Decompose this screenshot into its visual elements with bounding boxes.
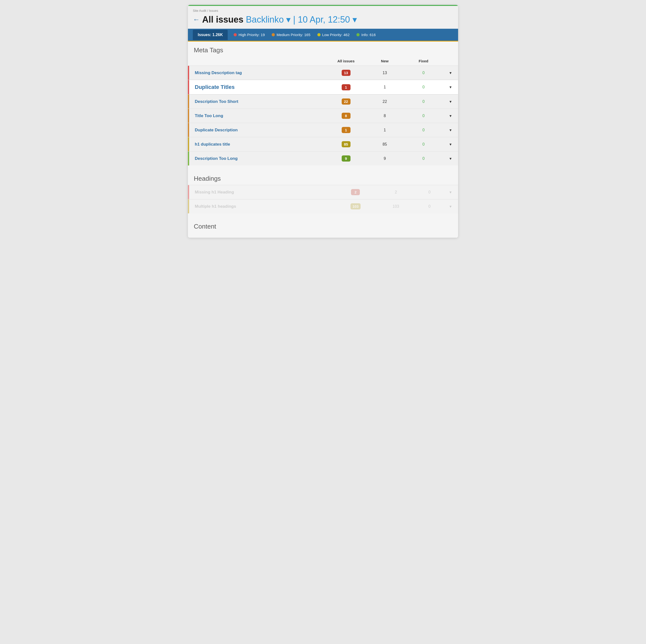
all-issues-badge: 8 (342, 113, 350, 119)
priority-indicator (188, 80, 189, 94)
table-row[interactable]: Multiple h1 headings 103 103 0 ▼ (188, 200, 458, 214)
page-title: All issues (202, 14, 243, 25)
col-new: New (365, 56, 404, 66)
expand-icon[interactable]: ▼ (449, 85, 452, 89)
low-priority-dot (317, 33, 321, 36)
col-all-issues: All issues (326, 56, 365, 66)
back-arrow-icon[interactable]: ← (193, 16, 200, 24)
table-row[interactable]: Title Too Long 8 8 0 ▼ (188, 109, 458, 123)
expand-icon[interactable]: ▼ (449, 190, 452, 194)
expand-icon[interactable]: ▼ (449, 205, 452, 209)
medium-priority-dot (272, 33, 275, 36)
main-container: Site Audit / Issues ← All issues Backlin… (188, 5, 458, 238)
fixed-count: 0 (423, 156, 425, 160)
priority-indicator (188, 66, 189, 80)
issue-name[interactable]: Title Too Long (195, 113, 223, 118)
expand-icon[interactable]: ▼ (449, 142, 452, 146)
table-row[interactable]: Duplicate Description 1 1 0 ▼ (188, 123, 458, 137)
priority-indicator (188, 137, 189, 151)
all-issues-badge: 1 (342, 127, 350, 133)
high-priority-stat: High Priority: 19 (234, 33, 265, 37)
priority-indicator (188, 95, 189, 109)
info-dot (356, 33, 359, 36)
all-issues-badge: 103 (350, 203, 360, 210)
issue-name[interactable]: Missing Description tag (195, 71, 242, 75)
issue-name[interactable]: Description Too Long (195, 156, 237, 161)
all-issues-badge: 9 (342, 155, 350, 161)
table-header: All issues New Fixed (188, 56, 458, 66)
priority-indicator (188, 200, 189, 213)
issue-name[interactable]: Description Too Short (195, 99, 238, 104)
expand-icon[interactable]: ▼ (449, 71, 452, 75)
new-count: 8 (384, 114, 386, 118)
priority-indicator (188, 185, 189, 199)
fixed-count: 0 (428, 190, 431, 194)
all-issues-badge: 2 (351, 189, 360, 195)
col-fixed: Fixed (404, 56, 443, 66)
col-action (443, 56, 458, 66)
date-selector[interactable]: | 10 Apr, 12:50 ▾ (293, 14, 357, 25)
new-count: 1 (384, 85, 386, 89)
issue-name[interactable]: Duplicate Titles (195, 84, 235, 90)
table-row[interactable]: h1 duplicates title 85 85 0 ▼ (188, 137, 458, 151)
new-count: 85 (383, 142, 387, 146)
info-stat: Info: 616 (356, 33, 375, 37)
expand-icon[interactable]: ▼ (449, 157, 452, 160)
project-selector[interactable]: Backlinko ▾ (246, 14, 291, 25)
fixed-count: 0 (423, 128, 425, 132)
page-header: ← All issues Backlinko ▾ | 10 Apr, 12:50… (188, 13, 458, 29)
fixed-count: 0 (423, 85, 425, 89)
issue-name[interactable]: Duplicate Description (195, 128, 238, 132)
issue-name[interactable]: Multiple h1 headings (195, 204, 236, 209)
table-row[interactable]: Duplicate Titles 1 1 0 ▼ (188, 80, 458, 95)
fixed-count: 0 (423, 100, 425, 104)
table-row[interactable]: Missing Description tag 13 13 0 ▼ (188, 66, 458, 80)
headings-table: Missing h1 Heading 2 2 0 ▼ Multiple h1 h… (188, 185, 458, 213)
content-section-header: Content (188, 218, 458, 238)
table-row[interactable]: Description Too Long 9 9 0 ▼ (188, 151, 458, 166)
priority-indicator (188, 109, 189, 123)
meta-tags-table: All issues New Fixed Missing Description… (188, 56, 458, 165)
all-issues-badge: 22 (342, 99, 350, 105)
fixed-count: 0 (423, 71, 425, 75)
expand-icon[interactable]: ▼ (449, 128, 452, 132)
expand-icon[interactable]: ▼ (449, 100, 452, 104)
new-count: 103 (393, 204, 399, 209)
headings-section-header: Headings (188, 170, 458, 185)
fixed-count: 0 (423, 114, 425, 118)
issue-name[interactable]: h1 duplicates title (195, 142, 230, 147)
new-count: 13 (383, 71, 387, 75)
all-issues-badge: 85 (342, 141, 350, 147)
new-count: 1 (384, 128, 386, 132)
issue-name[interactable]: Missing h1 Heading (195, 190, 234, 195)
expand-icon[interactable]: ▼ (449, 114, 452, 118)
priority-indicator (188, 123, 189, 137)
main-content: Meta Tags All issues New Fixed Missing D… (188, 41, 458, 238)
breadcrumb: Site Audit / Issues (188, 6, 458, 13)
medium-priority-stat: Medium Priority: 165 (272, 33, 311, 37)
new-count: 22 (383, 100, 387, 104)
new-count: 2 (395, 190, 397, 194)
table-row[interactable]: Description Too Short 22 22 0 ▼ (188, 95, 458, 109)
issues-tab[interactable]: Issues: 1.26K (193, 30, 228, 40)
high-priority-dot (234, 33, 237, 36)
priority-indicator (188, 151, 189, 165)
fixed-count: 0 (428, 204, 431, 209)
all-issues-badge: 13 (342, 70, 350, 76)
col-issue (188, 56, 326, 66)
stats-bar: Issues: 1.26K High Priority: 19 Medium P… (188, 29, 458, 41)
meta-tags-section-header: Meta Tags (188, 41, 458, 56)
all-issues-badge: 1 (342, 84, 350, 90)
low-priority-stat: Low Priority: 462 (317, 33, 350, 37)
new-count: 9 (384, 156, 386, 160)
fixed-count: 0 (423, 142, 425, 146)
table-row[interactable]: Missing h1 Heading 2 2 0 ▼ (188, 185, 458, 200)
